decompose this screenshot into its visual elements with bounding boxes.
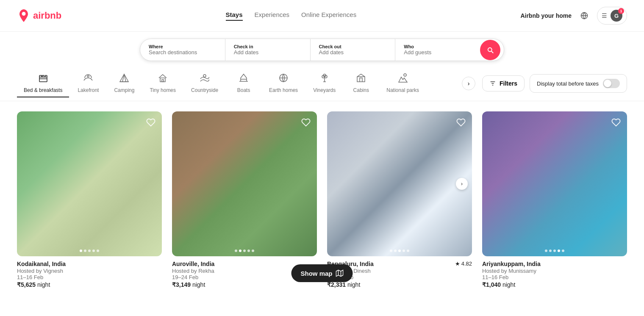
category-tiny-homes[interactable]: Tiny homes	[143, 69, 183, 97]
where-section[interactable]: Where Search destinations	[140, 39, 225, 61]
filters-button[interactable]: Filters	[482, 75, 525, 91]
user-menu-button[interactable]: ☰ G 1	[597, 7, 627, 25]
tiny-icon	[158, 73, 168, 85]
national-icon	[398, 73, 408, 85]
show-map-label: Show map	[300, 270, 332, 277]
category-label-tiny: Tiny homes	[150, 87, 176, 93]
category-label-country: Countryside	[191, 87, 218, 93]
category-label-camp: Camping	[114, 87, 134, 93]
category-label-cabin: Cabins	[353, 87, 369, 93]
property-host-kodaikanal: Hosted by Vignesh	[17, 268, 162, 274]
property-header-kodaikanal: Kodaikanal, India	[17, 261, 162, 267]
display-taxes-label: Display total before taxes	[537, 80, 599, 87]
cabin-icon	[356, 73, 366, 85]
category-label-vineyard: Vineyards	[313, 87, 336, 93]
property-info-ariyankuppam: Ariyankuppam, India Hosted by Munissamy …	[482, 256, 627, 288]
category-boats[interactable]: Boats	[227, 69, 261, 97]
country-icon	[200, 73, 210, 85]
favorite-button-ariyankuppam[interactable]	[610, 116, 622, 128]
logo[interactable]: airbnb	[17, 9, 61, 22]
category-nav: Bed & breakfasts Lakefront	[0, 66, 644, 101]
favorite-button-bengaluru[interactable]	[455, 116, 467, 128]
property-card-auroville[interactable]: Auroville, India Hosted by Rekha 19–24 F…	[172, 111, 317, 288]
property-host-ariyankuppam: Hosted by Munissamy	[482, 268, 627, 274]
property-card-ariyankuppam[interactable]: Ariyankuppam, India Hosted by Munissamy …	[482, 111, 627, 288]
favorite-button-kodaikanal[interactable]	[145, 116, 157, 128]
property-header-ariyankuppam: Ariyankuppam, India	[482, 261, 627, 267]
search-bar: Where Search destinations Check in Add d…	[140, 39, 504, 61]
category-label-earth: Earth homes	[269, 87, 298, 93]
boat-icon	[239, 73, 249, 85]
favorite-button-auroville[interactable]	[300, 116, 312, 128]
search-container: Where Search destinations Check in Add d…	[0, 32, 644, 66]
notification-badge: 1	[618, 8, 624, 14]
nav-stays[interactable]: Stays	[226, 11, 243, 21]
airbnb-your-home-link[interactable]: Airbnb your home	[520, 12, 572, 19]
display-taxes-control: Display total before taxes	[530, 74, 627, 93]
nav-experiences[interactable]: Experiences	[255, 11, 290, 21]
where-value: Search destinations	[149, 49, 217, 55]
header: airbnb Stays Experiences Online Experien…	[0, 0, 644, 32]
svg-point-4	[87, 75, 89, 77]
category-countryside[interactable]: Countryside	[184, 69, 225, 97]
who-section[interactable]: Who Add guests	[395, 39, 480, 61]
checkin-label: Check in	[234, 44, 302, 49]
property-price-auroville: ₹3,149 night	[172, 281, 317, 288]
image-dots-kodaikanal	[80, 249, 99, 252]
category-next-arrow[interactable]: ›	[462, 77, 475, 90]
svg-point-8	[203, 75, 206, 77]
property-dates-kodaikanal: 11–16 Feb	[17, 274, 162, 280]
property-price-bengaluru: ₹2,331 night	[327, 281, 472, 288]
property-card-kodaikanal[interactable]: Kodaikanal, India Hosted by Vignesh 11–1…	[17, 111, 162, 288]
property-location-ariyankuppam: Ariyankuppam, India	[482, 261, 541, 267]
svg-rect-7	[162, 80, 164, 82]
show-map-button[interactable]: Show map	[291, 264, 353, 282]
property-info-kodaikanal: Kodaikanal, India Hosted by Vignesh 11–1…	[17, 256, 162, 288]
filter-controls: Filters Display total before taxes	[482, 74, 627, 93]
checkin-value: Add dates	[234, 49, 302, 55]
svg-marker-17	[336, 270, 343, 277]
avatar: G 1	[611, 10, 622, 22]
category-earth-homes[interactable]: Earth homes	[262, 69, 305, 97]
property-dates-ariyankuppam: 11–16 Feb	[482, 274, 627, 280]
category-camping[interactable]: Camping	[107, 69, 141, 97]
property-image-auroville	[172, 111, 317, 256]
logo-text: airbnb	[33, 10, 61, 21]
image-dots-auroville	[235, 249, 254, 252]
property-location-kodaikanal: Kodaikanal, India	[17, 261, 66, 267]
where-label: Where	[149, 44, 217, 49]
image-next-arrow-bengaluru[interactable]: ›	[456, 178, 468, 190]
display-taxes-toggle[interactable]	[603, 79, 620, 88]
filters-label: Filters	[500, 80, 517, 87]
checkout-label: Check out	[319, 44, 387, 49]
category-items: Bed & breakfasts Lakefront	[17, 69, 462, 97]
property-rating-bengaluru: ★ 4.82	[455, 261, 472, 267]
who-label: Who	[404, 44, 472, 49]
svg-rect-2	[39, 77, 47, 82]
category-lakefront[interactable]: Lakefront	[71, 69, 105, 97]
category-national-parks[interactable]: National parks	[380, 69, 426, 97]
property-price-ariyankuppam: ₹1,040 night	[482, 281, 627, 288]
earth-icon	[278, 73, 289, 85]
checkin-section[interactable]: Check in Add dates	[225, 39, 311, 61]
hamburger-icon: ☰	[602, 12, 607, 19]
main-nav: Stays Experiences Online Experiences	[226, 11, 357, 21]
category-vineyards[interactable]: Vineyards	[306, 69, 342, 97]
who-value: Add guests	[404, 49, 472, 55]
category-label-lake: Lakefront	[78, 87, 99, 93]
svg-point-13	[404, 74, 406, 76]
nav-online-experiences[interactable]: Online Experiences	[301, 11, 356, 21]
property-image-ariyankuppam	[482, 111, 627, 256]
search-button[interactable]	[480, 40, 500, 60]
category-label-bnb: Bed & breakfasts	[24, 87, 62, 93]
category-bed-breakfasts[interactable]: Bed & breakfasts	[17, 69, 69, 97]
checkout-section[interactable]: Check out Add dates	[311, 39, 396, 61]
image-dots-ariyankuppam	[545, 249, 564, 252]
property-location-auroville: Auroville, India	[172, 261, 214, 267]
language-button[interactable]	[577, 8, 592, 23]
property-card-bengaluru[interactable]: › Bengaluru, India ★ 4.82 Hosted by Dine…	[327, 111, 472, 288]
category-label-boat: Boats	[237, 87, 250, 93]
property-price-kodaikanal: ₹5,625 night	[17, 281, 162, 288]
camp-icon	[119, 73, 129, 85]
category-cabins[interactable]: Cabins	[344, 69, 378, 97]
